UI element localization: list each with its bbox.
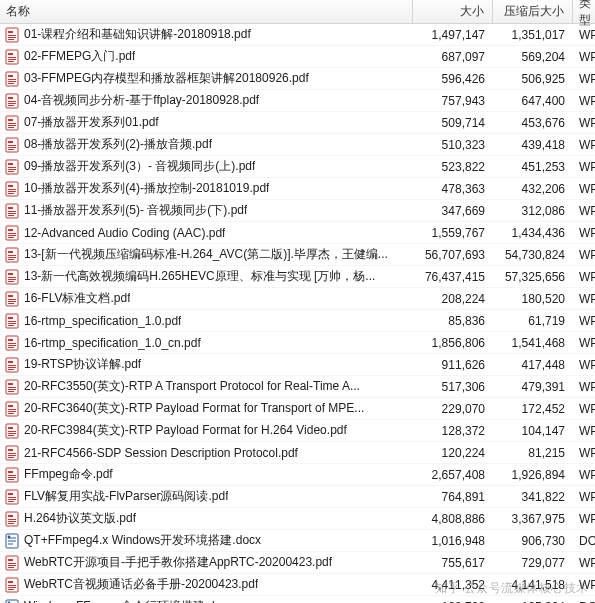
file-name-label: 03-FFMPEG内存模型和播放器框架讲解20180926.pdf	[24, 70, 309, 87]
file-row[interactable]: 16-rtmp_specification_1.0_cn.pdf1,856,80…	[0, 332, 595, 354]
file-name-cell[interactable]: WebRTC开源项目-手把手教你搭建AppRTC-20200423.pdf	[0, 554, 413, 571]
file-row[interactable]: 10-播放器开发系列(4)-播放控制-20181019.pdf478,36343…	[0, 178, 595, 200]
column-header-size[interactable]: 大小	[413, 0, 493, 23]
pdf-file-icon	[4, 225, 20, 241]
file-row[interactable]: FLV解复用实战-FlvParser源码阅读.pdf764,891341,822…	[0, 486, 595, 508]
pdf-file-icon	[4, 467, 20, 483]
file-row[interactable]: 12-Advanced Audio Coding (AAC).pdf1,559,…	[0, 222, 595, 244]
file-row[interactable]: 04-音视频同步分析-基于ffplay-20180928.pdf757,9436…	[0, 90, 595, 112]
file-row[interactable]: 03-FFMPEG内存模型和播放器框架讲解20180926.pdf596,426…	[0, 68, 595, 90]
file-row[interactable]: 13-新一代高效视频编码H.265HEVC原理、标准与实现 [万帅，杨...76…	[0, 266, 595, 288]
file-row[interactable]: 20-RFC3550(英文)-RTP A Transport Protocol …	[0, 376, 595, 398]
file-compressed-cell: 105,304	[493, 600, 573, 604]
file-row[interactable]: 21-RFC4566-SDP Session Description Proto…	[0, 442, 595, 464]
file-name-cell[interactable]: 07-播放器开发系列01.pdf	[0, 114, 413, 131]
file-size-cell: 757,943	[413, 94, 493, 108]
file-name-cell[interactable]: 03-FFMPEG内存模型和播放器框架讲解20180926.pdf	[0, 70, 413, 87]
file-name-label: 13-新一代高效视频编码H.265HEVC原理、标准与实现 [万帅，杨...	[24, 268, 375, 285]
file-row[interactable]: 16-FLV标准文档.pdf208,224180,520WPS P	[0, 288, 595, 310]
file-row[interactable]: QT+FFmpeg4.x Windows开发环境搭建.docx1,016,948…	[0, 530, 595, 552]
file-type-cell: WPS P	[573, 446, 595, 460]
file-size-cell: 76,437,415	[413, 270, 493, 284]
file-name-cell[interactable]: 02-FFMEPG入门.pdf	[0, 48, 413, 65]
file-compressed-cell: 1,351,017	[493, 28, 573, 42]
file-name-cell[interactable]: Windows FFmpeg命令行环境搭建.docx	[0, 598, 413, 603]
file-compressed-cell: 172,452	[493, 402, 573, 416]
file-type-cell: WPS P	[573, 160, 595, 174]
file-name-cell[interactable]: 20-RFC3640(英文)-RTP Payload Format for Tr…	[0, 400, 413, 417]
file-name-cell[interactable]: WebRTC音视频通话必备手册-20200423.pdf	[0, 576, 413, 593]
file-name-cell[interactable]: FLV解复用实战-FlvParser源码阅读.pdf	[0, 488, 413, 505]
file-name-cell[interactable]: 21-RFC4566-SDP Session Description Proto…	[0, 445, 413, 461]
column-header-compressed[interactable]: 压缩后大小	[493, 0, 573, 23]
pdf-file-icon	[4, 357, 20, 373]
file-row[interactable]: FFmpeg命令.pdf2,657,4081,926,894WPS P	[0, 464, 595, 486]
file-row[interactable]: 13-[新一代视频压缩编码标准-H.264_AVC(第二版)].毕厚杰，王健编.…	[0, 244, 595, 266]
file-name-label: 07-播放器开发系列01.pdf	[24, 114, 159, 131]
file-row[interactable]: 02-FFMEPG入门.pdf687,097569,204WPS P	[0, 46, 595, 68]
file-compressed-cell: 439,418	[493, 138, 573, 152]
file-row[interactable]: 20-RFC3984(英文)-RTP Payload Format for H.…	[0, 420, 595, 442]
file-compressed-cell: 1,926,894	[493, 468, 573, 482]
file-size-cell: 509,714	[413, 116, 493, 130]
pdf-file-icon	[4, 93, 20, 109]
pdf-file-icon	[4, 71, 20, 87]
file-name-cell[interactable]: 10-播放器开发系列(4)-播放控制-20181019.pdf	[0, 180, 413, 197]
file-name-cell[interactable]: 01-课程介绍和基础知识讲解-20180918.pdf	[0, 26, 413, 43]
file-type-cell: WPS P	[573, 556, 595, 570]
pdf-file-icon	[4, 269, 20, 285]
file-type-cell: WPS P	[573, 314, 595, 328]
file-name-label: 04-音视频同步分析-基于ffplay-20180928.pdf	[24, 92, 259, 109]
file-row[interactable]: WebRTC开源项目-手把手教你搭建AppRTC-20200423.pdf755…	[0, 552, 595, 574]
file-compressed-cell: 57,325,656	[493, 270, 573, 284]
file-row[interactable]: WebRTC音视频通话必备手册-20200423.pdf4,411,3524,1…	[0, 574, 595, 596]
file-row[interactable]: 11-播放器开发系列(5)- 音视频同步(下).pdf347,669312,08…	[0, 200, 595, 222]
file-name-label: 21-RFC4566-SDP Session Description Proto…	[24, 446, 298, 460]
file-name-cell[interactable]: H.264协议英文版.pdf	[0, 510, 413, 527]
file-name-cell[interactable]: 19-RTSP协议详解.pdf	[0, 356, 413, 373]
file-name-cell[interactable]: 16-rtmp_specification_1.0_cn.pdf	[0, 335, 413, 351]
file-name-cell[interactable]: QT+FFmpeg4.x Windows开发环境搭建.docx	[0, 532, 413, 549]
file-name-cell[interactable]: 04-音视频同步分析-基于ffplay-20180928.pdf	[0, 92, 413, 109]
file-name-cell[interactable]: 12-Advanced Audio Coding (AAC).pdf	[0, 225, 413, 241]
file-name-cell[interactable]: 08-播放器开发系列(2)-播放音频.pdf	[0, 136, 413, 153]
file-row[interactable]: 07-播放器开发系列01.pdf509,714453,676WPS P	[0, 112, 595, 134]
pdf-file-icon	[4, 379, 20, 395]
file-name-cell[interactable]: 20-RFC3984(英文)-RTP Payload Format for H.…	[0, 422, 413, 439]
file-type-cell: WPS P	[573, 138, 595, 152]
file-name-label: 10-播放器开发系列(4)-播放控制-20181019.pdf	[24, 180, 269, 197]
column-header-name[interactable]: 名称	[0, 0, 413, 23]
file-name-cell[interactable]: FFmpeg命令.pdf	[0, 466, 413, 483]
file-row[interactable]: 09-播放器开发系列(3）- 音视频同步(上).pdf523,822451,25…	[0, 156, 595, 178]
file-size-cell: 523,822	[413, 160, 493, 174]
file-name-cell[interactable]: 20-RFC3550(英文)-RTP A Transport Protocol …	[0, 378, 413, 395]
file-row[interactable]: 08-播放器开发系列(2)-播放音频.pdf510,323439,418WPS …	[0, 134, 595, 156]
pdf-file-icon	[4, 49, 20, 65]
column-header-type[interactable]: 类型	[573, 0, 595, 23]
file-row[interactable]: 20-RFC3640(英文)-RTP Payload Format for Tr…	[0, 398, 595, 420]
column-header-row: 名称 大小 压缩后大小 类型	[0, 0, 595, 24]
file-type-cell: WPS P	[573, 50, 595, 64]
file-row[interactable]: 01-课程介绍和基础知识讲解-20180918.pdf1,497,1471,35…	[0, 24, 595, 46]
file-compressed-cell: 417,448	[493, 358, 573, 372]
file-compressed-cell: 61,719	[493, 314, 573, 328]
file-size-cell: 85,836	[413, 314, 493, 328]
file-name-cell[interactable]: 13-新一代高效视频编码H.265HEVC原理、标准与实现 [万帅，杨...	[0, 268, 413, 285]
file-name-cell[interactable]: 16-rtmp_specification_1.0.pdf	[0, 313, 413, 329]
file-compressed-cell: 647,400	[493, 94, 573, 108]
file-name-cell[interactable]: 11-播放器开发系列(5)- 音视频同步(下).pdf	[0, 202, 413, 219]
file-row[interactable]: H.264协议英文版.pdf4,808,8863,367,975WPS P	[0, 508, 595, 530]
file-type-cell: WPS P	[573, 424, 595, 438]
file-name-cell[interactable]: 13-[新一代视频压缩编码标准-H.264_AVC(第二版)].毕厚杰，王健编.…	[0, 246, 413, 263]
file-type-cell: WPS P	[573, 204, 595, 218]
file-compressed-cell: 451,253	[493, 160, 573, 174]
file-type-cell: WPS P	[573, 116, 595, 130]
file-row[interactable]: Windows FFmpeg命令行环境搭建.docx128,722105,304…	[0, 596, 595, 603]
file-compressed-cell: 180,520	[493, 292, 573, 306]
file-name-cell[interactable]: 09-播放器开发系列(3）- 音视频同步(上).pdf	[0, 158, 413, 175]
file-row[interactable]: 16-rtmp_specification_1.0.pdf85,83661,71…	[0, 310, 595, 332]
file-compressed-cell: 341,822	[493, 490, 573, 504]
file-size-cell: 347,669	[413, 204, 493, 218]
file-name-cell[interactable]: 16-FLV标准文档.pdf	[0, 290, 413, 307]
file-row[interactable]: 19-RTSP协议详解.pdf911,626417,448WPS P	[0, 354, 595, 376]
